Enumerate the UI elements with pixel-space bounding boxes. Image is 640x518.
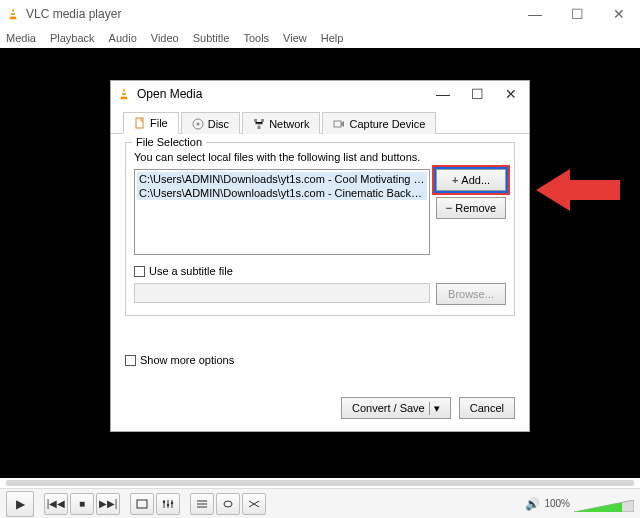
vlc-logo-icon xyxy=(117,87,131,101)
seekbar[interactable] xyxy=(0,478,640,488)
svg-rect-10 xyxy=(122,91,126,93)
stop-button[interactable]: ■ xyxy=(70,493,94,515)
dialog-titlebar: Open Media — ☐ ✕ xyxy=(111,81,529,107)
cancel-button[interactable]: Cancel xyxy=(459,397,515,419)
dialog-minimize-button[interactable]: — xyxy=(431,86,455,102)
add-button[interactable]: + Add... xyxy=(436,169,506,191)
browse-button: Browse... xyxy=(436,283,506,305)
svg-marker-0 xyxy=(10,8,17,19)
file-selection-group: File Selection You can select local file… xyxy=(125,142,515,316)
dialog-tabs: File Disc Network Capture Device xyxy=(111,107,529,134)
capture-icon xyxy=(333,118,345,130)
shuffle-button[interactable] xyxy=(242,493,266,515)
playback-controls: ▶ |◀◀ ■ ▶▶| 🔊 100% xyxy=(0,488,640,518)
svg-rect-16 xyxy=(261,119,264,122)
svg-marker-9 xyxy=(121,88,128,99)
open-media-dialog: Open Media — ☐ ✕ File Disc Network Captu… xyxy=(110,80,530,432)
fullscreen-button[interactable] xyxy=(130,493,154,515)
menu-audio[interactable]: Audio xyxy=(109,32,137,44)
svg-point-4 xyxy=(163,500,165,502)
plus-icon: + xyxy=(452,174,458,186)
show-more-options-checkbox[interactable] xyxy=(125,355,136,366)
dropdown-icon: ▾ xyxy=(429,402,440,415)
tab-capture[interactable]: Capture Device xyxy=(322,112,436,134)
svg-rect-12 xyxy=(136,118,143,128)
svg-rect-3 xyxy=(137,500,147,508)
dialog-title: Open Media xyxy=(137,87,202,101)
volume-control: 🔊 100% xyxy=(525,497,634,511)
speaker-icon[interactable]: 🔊 xyxy=(525,497,540,511)
close-button[interactable]: ✕ xyxy=(598,0,640,28)
svg-marker-19 xyxy=(536,169,620,211)
svg-rect-11 xyxy=(121,95,126,97)
maximize-button[interactable]: ☐ xyxy=(556,0,598,28)
convert-save-button[interactable]: Convert / Save ▾ xyxy=(341,397,451,419)
volume-slider[interactable] xyxy=(574,498,634,510)
playlist-button[interactable] xyxy=(190,493,214,515)
dialog-body: File Selection You can select local file… xyxy=(111,134,529,391)
minimize-button[interactable]: — xyxy=(514,0,556,28)
svg-rect-18 xyxy=(334,121,341,127)
ext-settings-button[interactable] xyxy=(156,493,180,515)
loop-button[interactable] xyxy=(216,493,240,515)
menu-help[interactable]: Help xyxy=(321,32,344,44)
tab-file[interactable]: File xyxy=(123,112,179,134)
volume-percent: 100% xyxy=(544,498,570,509)
svg-rect-2 xyxy=(10,15,15,17)
svg-point-14 xyxy=(196,122,199,125)
remove-button[interactable]: − Remove xyxy=(436,197,506,219)
dialog-close-button[interactable]: ✕ xyxy=(499,86,523,102)
dialog-maximize-button[interactable]: ☐ xyxy=(465,86,489,102)
prev-button[interactable]: |◀◀ xyxy=(44,493,68,515)
tab-network[interactable]: Network xyxy=(242,112,320,134)
subtitle-path-input xyxy=(134,283,430,303)
svg-rect-17 xyxy=(258,126,261,129)
svg-point-6 xyxy=(171,501,173,503)
disc-icon xyxy=(192,118,204,130)
dialog-footer: Convert / Save ▾ Cancel xyxy=(111,391,529,431)
file-selection-hint: You can select local files with the foll… xyxy=(134,151,506,163)
menu-video[interactable]: Video xyxy=(151,32,179,44)
use-subtitle-checkbox[interactable] xyxy=(134,266,145,277)
app-title: VLC media player xyxy=(26,7,121,21)
file-list[interactable]: C:\Users\ADMIN\Downloads\yt1s.com - Cool… xyxy=(134,169,430,255)
menu-playback[interactable]: Playback xyxy=(50,32,95,44)
menu-view[interactable]: View xyxy=(283,32,307,44)
titlebar: VLC media player — ☐ ✕ xyxy=(0,0,640,28)
vlc-logo-icon xyxy=(6,7,20,21)
svg-rect-15 xyxy=(254,119,257,122)
menu-tools[interactable]: Tools xyxy=(243,32,269,44)
menubar: Media Playback Audio Video Subtitle Tool… xyxy=(0,28,640,48)
file-icon xyxy=(134,117,146,129)
list-item[interactable]: C:\Users\ADMIN\Downloads\yt1s.com - Cine… xyxy=(137,186,427,200)
svg-rect-1 xyxy=(11,11,15,13)
file-selection-legend: File Selection xyxy=(132,136,206,148)
use-subtitle-label: Use a subtitle file xyxy=(149,265,233,277)
menu-media[interactable]: Media xyxy=(6,32,36,44)
network-icon xyxy=(253,118,265,130)
svg-point-5 xyxy=(167,503,169,505)
tab-disc[interactable]: Disc xyxy=(181,112,240,134)
next-button[interactable]: ▶▶| xyxy=(96,493,120,515)
list-item[interactable]: C:\Users\ADMIN\Downloads\yt1s.com - Cool… xyxy=(137,172,427,186)
show-more-options-label: Show more options xyxy=(140,354,234,366)
minus-icon: − xyxy=(446,202,452,214)
play-button[interactable]: ▶ xyxy=(6,491,34,517)
menu-subtitle[interactable]: Subtitle xyxy=(193,32,230,44)
window-buttons: — ☐ ✕ xyxy=(514,0,640,28)
annotation-arrow xyxy=(536,163,620,221)
